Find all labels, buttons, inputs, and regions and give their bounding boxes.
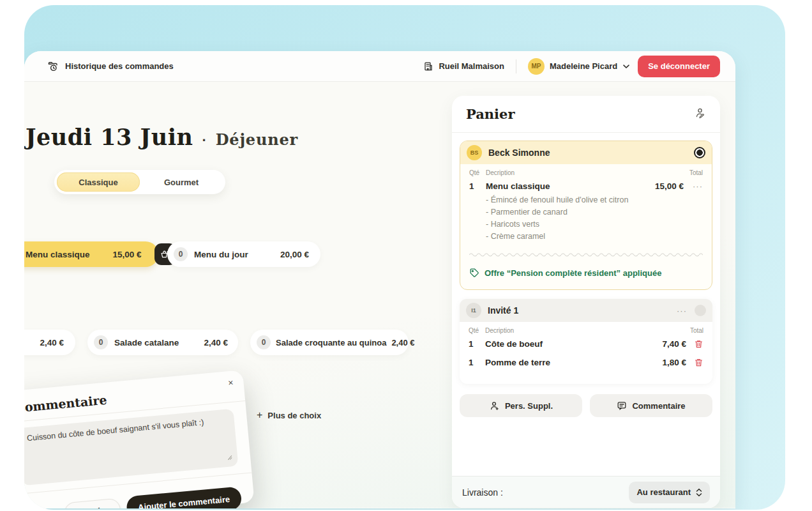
menu-item-label: Salade croquante au quinoa (276, 338, 386, 347)
location-label: Rueil Malmaison (439, 61, 504, 71)
person-plus-icon (489, 400, 500, 411)
menu-item-price: 2,40 € (391, 338, 414, 347)
item-label: Côte de boeuf (485, 339, 543, 349)
comment-modal: × Commentaire Cuisson du côte de boeuf s… (24, 370, 255, 508)
page-title: Jeudi 13 Juin · Déjeuner (26, 124, 298, 150)
item-label: Menu classique (486, 181, 550, 191)
delivery-value: Au restaurant (636, 487, 691, 497)
col-qty: Qté (469, 169, 486, 176)
item-more-menu[interactable]: ··· (693, 181, 703, 191)
more-choices-link[interactable]: + Plus de choix (257, 409, 321, 421)
item-detail: - Crème caramel (486, 231, 703, 242)
edit-guest-icon[interactable] (693, 107, 706, 122)
add-person-button[interactable]: Pers. Suppl. (460, 394, 582, 417)
comment-icon (617, 400, 627, 411)
nav-history[interactable]: Historique des commandes (47, 61, 174, 72)
quantity-badge: 0 (94, 335, 108, 349)
guest-header[interactable]: I1 Invité 1 ··· (460, 299, 712, 322)
col-desc: Decription (486, 169, 515, 176)
item-label: Pomme de terre (485, 358, 550, 367)
quantity-badge: 0 (174, 247, 188, 261)
menu-item-label: Salade catalane (114, 338, 179, 347)
offer-row: Offre “Pension complète résident” appliq… (469, 265, 703, 282)
menu-item-label: Menu du jour (194, 250, 248, 259)
menu-item-du-jour[interactable]: 0 Menu du jour 20,00 € (167, 241, 320, 267)
item-detail: - Émincé de fenouil huile d'olive et cit… (486, 195, 703, 206)
item-qty: 1 (469, 358, 485, 367)
user-avatar: MP (528, 58, 545, 75)
add-person-label: Pers. Suppl. (505, 401, 553, 411)
tab-classique[interactable]: Classique (57, 172, 140, 192)
cart-panel: Panier BS (452, 96, 720, 508)
item-price: 7,40 € (662, 339, 686, 349)
marketing-canvas: Historique des commandes Rueil Malm (0, 0, 812, 511)
user-name: Madeleine Picard (550, 61, 617, 71)
menu-item-salade-quinoa[interactable]: 0 Salade croquante au quinoa 2,40 € (250, 330, 409, 355)
topbar-right: Rueil Malmaison MP Madeleine Picard Se d… (423, 56, 720, 77)
item-qty: 1 (469, 339, 485, 349)
tab-gourmet[interactable]: Gourmet (140, 172, 223, 192)
cancel-button[interactable]: Annuler (64, 498, 121, 508)
cart-footer: Livraison : Au restaurant (452, 476, 720, 508)
col-total: Total (689, 169, 703, 176)
main-content: Jeudi 13 Juin · Déjeuner Classique Gourm… (24, 82, 735, 508)
menu-item-label: Menu classique (26, 250, 90, 259)
cart-actions: Pers. Suppl. Commen (460, 393, 712, 418)
guest-items: Qté Decription Total 1 Côte de boeuf 7,4… (460, 322, 712, 384)
menu-item-price: 15,00 € (113, 250, 142, 259)
add-comment-button[interactable]: Ajouter le commentaire (126, 486, 243, 508)
menu-item-salade-catalane[interactable]: 0 Salade catalane 2,40 € (87, 330, 238, 355)
offer-tag-icon (469, 268, 479, 278)
cart-item-row: 1 Côte de boeuf 7,40 € (469, 339, 703, 349)
item-price: 1,80 € (662, 358, 686, 367)
item-qty: 1 (469, 181, 486, 191)
guest-card-beck-simonne: BS Beck Simonne Qté Decription (460, 141, 712, 290)
delivery-label: Livraison : (462, 487, 503, 498)
comment-modal-title: Commentaire (24, 381, 232, 415)
guest-radio-selected[interactable] (694, 147, 705, 158)
logout-button[interactable]: Se déconnecter (638, 56, 720, 77)
delivery-select[interactable]: Au restaurant (629, 482, 710, 503)
cart-header: Panier (452, 96, 720, 133)
menu-item-price: 2,40 € (204, 338, 228, 347)
menu-item-classique[interactable]: Menu classique 15,00 € (24, 241, 158, 267)
cart-comment-button[interactable]: Commentaire (590, 394, 712, 417)
trash-icon[interactable] (694, 358, 703, 367)
table-columns: Qté Decription Total (469, 327, 703, 334)
quantity-badge: 0 (257, 335, 271, 349)
trash-icon[interactable] (694, 339, 703, 349)
col-total: Total (690, 327, 703, 334)
menu-item-clipped-salade[interactable]: 2,40 € (24, 330, 75, 355)
more-choices-label: Plus de choix (267, 411, 321, 420)
resize-handle-icon[interactable] (227, 451, 233, 463)
comment-textarea[interactable]: Cuisson du côte de boeuf saignant s'il v… (24, 409, 238, 485)
menu-type-tabs: Classique Gourmet (54, 170, 225, 194)
cart-body: BS Beck Simonne Qté Decription (452, 133, 720, 418)
title-dot: · (202, 132, 206, 149)
close-icon[interactable]: × (228, 378, 234, 388)
app-window: Historique des commandes Rueil Malm (24, 51, 735, 508)
user-menu[interactable]: MP Madeleine Picard (528, 58, 630, 75)
guest-avatar: BS (467, 145, 482, 160)
nav-history-label: Historique des commandes (65, 61, 174, 71)
plus-icon: + (257, 409, 262, 421)
guest-avatar: I1 (466, 303, 481, 318)
guest-name: Invité 1 (488, 305, 518, 316)
col-desc: Decription (485, 327, 514, 334)
location: Rueil Malmaison (423, 61, 504, 72)
guest-header[interactable]: BS Beck Simonne (460, 141, 712, 164)
guest-radio-unselected[interactable] (695, 305, 706, 316)
cart-comment-label: Commentaire (632, 401, 685, 411)
building-icon (423, 61, 433, 72)
chevron-down-icon (622, 64, 630, 69)
table-columns: Qté Decription Total (469, 169, 703, 176)
cart-item-row: 1 Pomme de terre 1,80 € (469, 358, 703, 367)
topbar: Historique des commandes Rueil Malm (24, 51, 735, 82)
topbar-divider (516, 59, 516, 73)
menu-item-price: 20,00 € (280, 250, 309, 259)
guest-more-menu[interactable]: ··· (677, 306, 687, 316)
item-price: 15,00 € (655, 181, 684, 191)
updown-chevron-icon (696, 488, 702, 497)
guest-card-invite-1: I1 Invité 1 ··· Qté Decription (460, 299, 712, 384)
date-title: Jeudi 13 Juin (26, 124, 193, 150)
